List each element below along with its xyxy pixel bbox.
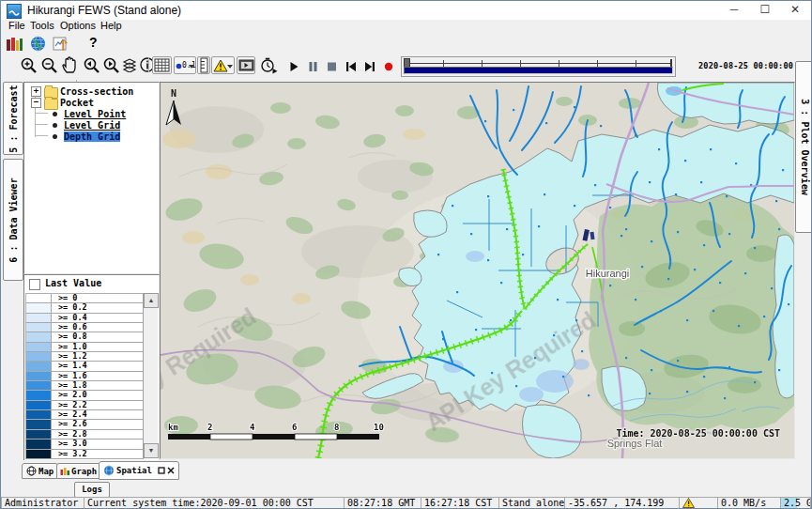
minimize-button[interactable]: ─ [719,1,749,20]
tab-graph[interactable]: Graph [56,463,100,479]
legend-row: >= 3.0 [26,440,144,449]
tree-item-level-grid[interactable]: Level Grid [64,120,120,131]
timeline-slider[interactable] [401,56,676,77]
map-time-label: Time: 2020-08-25 00:00:00 CST [616,428,780,439]
menu-options[interactable]: Options [60,20,96,31]
layers-tree: + Cross-section − Pocket Level Point Lev… [23,82,160,274]
status-memory: 2.5 GB [780,497,811,509]
svg-text:8: 8 [334,423,339,432]
chart-bars-icon [60,466,69,476]
tab-forecast[interactable]: 5 : Forecast [3,82,23,155]
timeline-range-bar [404,67,673,74]
warning-dropdown-button[interactable] [211,56,235,74]
legend-swatch [26,440,52,448]
legend-panel: Last Value >= 0>= 0.2>= 0.4>= 0.6>= 0.8>… [23,274,160,461]
globe-icon [103,465,115,476]
legend-swatch [26,372,52,380]
zoom-previous-icon[interactable] [81,56,100,77]
legend-scrollbar[interactable]: ▲ ▼ [143,293,158,458]
legend-label: >= 0.2 [52,303,144,312]
legend-swatch [26,391,52,399]
logs-button[interactable]: Logs [74,482,110,498]
layers-icon[interactable] [122,58,138,75]
tree-item-cross-section[interactable]: Cross-section [60,86,133,97]
maximize-button[interactable]: ☐ [750,1,780,20]
legend-swatch [26,430,52,439]
tab-map[interactable]: Map [22,463,58,479]
expander-minus-icon[interactable]: − [31,98,41,108]
animation-button[interactable] [237,56,255,74]
bullet-icon [53,134,57,139]
legend-label: >= 0.4 [52,314,144,322]
stop-button[interactable] [328,61,336,74]
tab-spatial[interactable]: Spatial [99,461,179,480]
interval-combo[interactable]: 0.1 [174,56,196,74]
grid-display-button[interactable] [152,56,172,74]
label-springs-flat: Springs Flat [607,438,663,449]
close-button[interactable]: ✕ [780,1,810,20]
legend-label: >= 2.6 [52,420,144,428]
legend-swatch [26,303,52,312]
svg-text:km: km [168,423,178,432]
menu-bar: File Tools Options Help [1,20,811,34]
globe-icon [26,466,37,476]
svg-text:6: 6 [292,423,297,432]
tree-item-level-point[interactable]: Level Point [64,109,126,119]
timer-run-icon[interactable] [260,56,278,77]
legend-label: >= 2.2 [52,401,144,409]
last-value-checkbox[interactable] [29,279,40,290]
title-bar: Hikurangi FEWS (Stand alone) ─ ☐ ✕ [1,1,811,20]
last-value-label: Last Value [45,278,101,288]
skip-start-button[interactable] [346,61,356,74]
status-bar: Administrator Current system time:2020-0… [1,497,811,509]
pan-icon[interactable] [61,56,78,77]
legend-label: >= 2.0 [52,391,144,399]
chart-icon[interactable] [53,36,69,54]
map-view[interactable]: API Key Required API Key Required Hikura… [160,82,795,459]
legend-swatch [26,314,52,322]
legend-swatch [26,401,52,409]
zoom-next-icon[interactable] [101,56,121,77]
app-window: Hikurangi FEWS (Stand alone) ─ ☐ ✕ File … [0,0,812,509]
scroll-down-icon: ▼ [144,443,159,458]
legend-label: >= 1.8 [52,381,144,390]
legend-label: >= 0.6 [52,323,144,332]
status-mode: Stand alone [498,497,564,509]
restore-icon[interactable] [158,467,165,474]
skip-end-button[interactable] [365,61,375,74]
bullet-icon [53,123,57,128]
chevron-down-icon [227,65,233,69]
legend-swatch [26,332,52,341]
main-toolbar: ? [1,34,811,55]
warning-icon [213,59,228,72]
legend-label: >= 0.8 [52,332,144,341]
svg-text:N: N [171,88,176,99]
legend-label: >= 3.2 [52,450,144,458]
record-button[interactable] [384,61,393,74]
explorer-icon[interactable] [6,36,23,54]
tab-data-viewer[interactable]: 6 : Data Viewer [3,159,23,281]
menu-help[interactable]: Help [100,20,122,31]
expander-plus-icon[interactable]: + [31,86,41,97]
legend-label: >= 1.4 [52,362,144,370]
menu-tools[interactable]: Tools [30,20,54,31]
menu-file[interactable]: File [8,20,25,31]
legend-swatch [26,450,52,458]
close-tab-icon[interactable] [167,467,175,474]
tree-item-depth-grid[interactable]: Depth Grid [64,131,120,142]
warning-icon [682,498,695,508]
zoom-in-icon[interactable] [20,56,38,77]
play-button[interactable] [290,61,299,74]
help-icon[interactable]: ? [89,35,98,50]
bullet-icon [53,112,57,116]
status-gmt-time: 08:27:18 GMT [344,497,421,509]
globe-icon[interactable] [30,36,46,54]
status-coordinates: -35.657 , 174.199 [564,497,679,509]
scale-gauge-button[interactable] [197,56,210,74]
pause-button[interactable] [309,61,317,74]
zoom-out-icon[interactable] [40,56,58,77]
scroll-up-icon: ▲ [144,293,159,308]
tab-plot-overview[interactable]: 3 : Plot Overview [795,61,812,233]
status-network: 0.0 MB/s [717,497,780,509]
tree-item-pocket[interactable]: Pocket [60,98,94,108]
